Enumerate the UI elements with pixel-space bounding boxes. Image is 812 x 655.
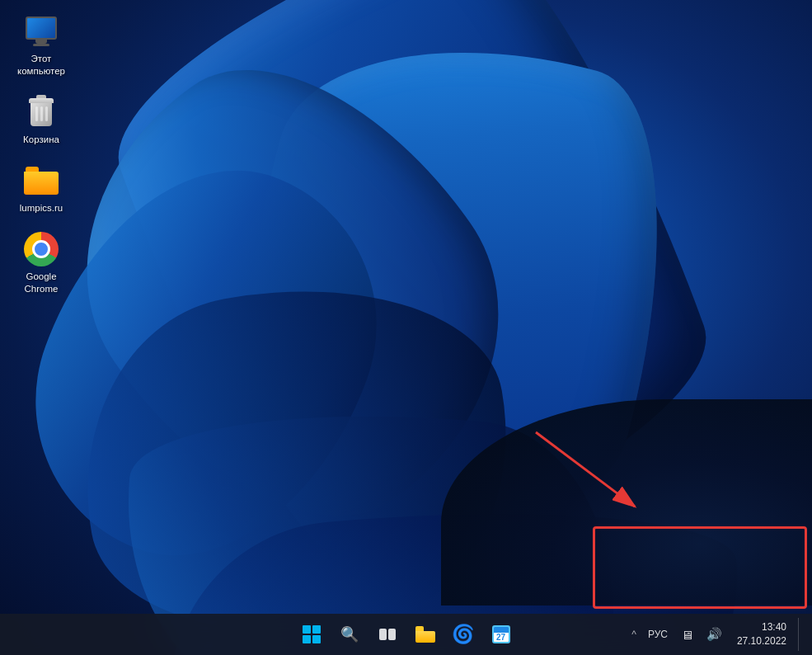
network-glyph: 🖥 bbox=[681, 628, 693, 642]
desktop: Этот компьютер Корзина bbox=[0, 0, 812, 655]
google-chrome-label: Google Chrome bbox=[12, 271, 71, 295]
win-tile-2 bbox=[312, 625, 321, 634]
bin-line bbox=[40, 106, 43, 121]
monitor-screen bbox=[26, 16, 57, 40]
task-view-button[interactable] bbox=[371, 618, 404, 651]
bin-body bbox=[31, 103, 52, 126]
tray-overflow-button[interactable]: ^ bbox=[630, 625, 638, 643]
desktop-icon-this-computer[interactable]: Этот компьютер bbox=[8, 8, 74, 82]
monitor-base bbox=[33, 44, 49, 46]
win-tile-4 bbox=[312, 635, 321, 643]
monitor-icon bbox=[23, 13, 59, 49]
language-indicator[interactable]: РУС bbox=[645, 627, 671, 642]
folder-lumpics-label: lumpics.ru bbox=[20, 202, 63, 214]
folder-shape bbox=[24, 167, 59, 195]
tv-rect-1 bbox=[379, 629, 387, 640]
desktop-icons: Этот компьютер Корзина bbox=[8, 8, 74, 300]
cal-day-number: 27 bbox=[494, 633, 509, 642]
calendar-button[interactable]: 27 bbox=[485, 618, 518, 651]
bin-line bbox=[35, 106, 38, 121]
win-tile-3 bbox=[303, 635, 311, 643]
taskbar-center: 🔍 🌀 bbox=[295, 618, 518, 651]
desktop-icon-recycle-bin[interactable]: Корзина bbox=[8, 89, 74, 151]
task-view-icon bbox=[379, 629, 396, 640]
recycle-bin-label: Корзина bbox=[23, 134, 59, 146]
desktop-icon-google-chrome[interactable]: Google Chrome bbox=[8, 226, 74, 300]
file-explorer-icon bbox=[415, 626, 435, 643]
windows-logo-icon bbox=[303, 625, 321, 643]
chrome-shape bbox=[24, 232, 59, 266]
clock-time: 13:40 bbox=[762, 620, 786, 634]
chrome-icon bbox=[23, 231, 59, 267]
start-button[interactable] bbox=[295, 618, 328, 651]
recycle-bin-icon bbox=[23, 94, 59, 130]
volume-glyph: 🔊 bbox=[706, 627, 722, 641]
cal-header bbox=[494, 627, 509, 633]
edge-icon: 🌀 bbox=[452, 624, 474, 645]
chrome-inner-circle bbox=[32, 240, 50, 258]
folder-tab bbox=[26, 167, 39, 172]
bin-lid bbox=[29, 98, 54, 103]
fe-body bbox=[415, 631, 435, 643]
taskbar-right: ^ РУС 🖥 🔊 13:40 27.10.2022 bbox=[630, 618, 802, 651]
system-clock[interactable]: 13:40 27.10.2022 bbox=[732, 619, 791, 650]
win-tile-1 bbox=[303, 625, 311, 634]
file-explorer-button[interactable] bbox=[409, 618, 442, 651]
search-button[interactable]: 🔍 bbox=[333, 618, 366, 651]
bin-line bbox=[45, 106, 48, 121]
clock-date: 27.10.2022 bbox=[737, 634, 786, 648]
desktop-icon-folder-lumpics[interactable]: lumpics.ru bbox=[8, 158, 74, 219]
volume-icon[interactable]: 🔊 bbox=[703, 624, 725, 645]
search-icon: 🔍 bbox=[340, 625, 359, 643]
taskbar: 🔍 🌀 bbox=[0, 614, 812, 655]
this-computer-label: Этот компьютер bbox=[12, 53, 71, 78]
folder-body bbox=[24, 172, 59, 195]
tv-rect-2 bbox=[388, 629, 396, 640]
wallpaper bbox=[0, 0, 812, 655]
chevron-up-icon: ^ bbox=[631, 629, 636, 640]
edge-button[interactable]: 🌀 bbox=[447, 618, 480, 651]
bin-lines bbox=[31, 103, 52, 121]
calendar-icon: 27 bbox=[492, 625, 510, 643]
folder-icon bbox=[23, 163, 59, 199]
recycle-bin-shape bbox=[26, 95, 57, 130]
network-icon[interactable]: 🖥 bbox=[678, 624, 697, 645]
show-desktop-button[interactable] bbox=[798, 618, 802, 651]
